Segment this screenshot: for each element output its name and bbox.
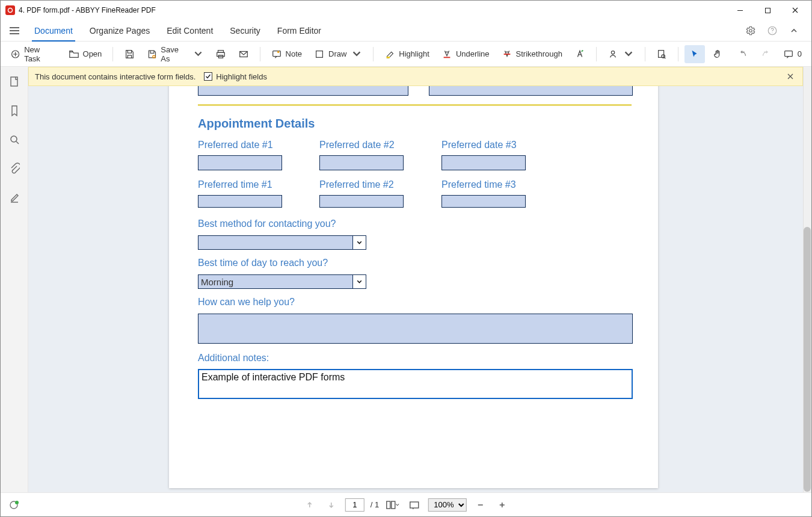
fit-page-button[interactable]	[407, 497, 422, 513]
zoom-select[interactable]: 100%	[428, 498, 467, 512]
print-button[interactable]	[211, 45, 231, 63]
save-button[interactable]	[119, 45, 140, 63]
open-button[interactable]: Open	[64, 45, 107, 63]
best-time-label: Best time of day to reach you?	[198, 258, 328, 268]
highlight-fields-checkbox[interactable]	[204, 72, 212, 81]
open-label: Open	[83, 49, 102, 58]
note-button[interactable]: Note	[266, 45, 307, 63]
contact-method-label: Best method for contacting you?	[198, 218, 336, 229]
new-task-button[interactable]: New Task	[5, 45, 61, 63]
highlight-label: Highlight	[399, 49, 429, 58]
save-as-button[interactable]: Save As	[142, 45, 208, 63]
new-task-label: New Task	[24, 45, 56, 63]
pt2-label: Preferred time #2	[319, 179, 394, 190]
search-panel-icon[interactable]	[5, 131, 23, 149]
toolbar: New Task Open Save As Note Draw Highligh…	[1, 42, 811, 67]
comments-count: 0	[798, 49, 802, 58]
pd2-field[interactable]	[319, 155, 404, 170]
best-time-select[interactable]: Morning	[198, 274, 366, 289]
svg-point-0	[8, 8, 13, 13]
redo-button[interactable]	[755, 45, 776, 63]
contact-method-select[interactable]	[198, 235, 366, 250]
text-style-button[interactable]	[570, 45, 590, 63]
strikethrough-label: Strikethrough	[516, 49, 562, 58]
signature-button[interactable]	[603, 45, 639, 63]
pt1-label: Preferred time #1	[198, 179, 272, 190]
tab-security[interactable]: Security	[221, 20, 269, 42]
close-button[interactable]	[781, 1, 809, 20]
strikethrough-button[interactable]: Strikethrough	[497, 45, 567, 63]
svg-rect-24	[410, 502, 419, 508]
settings-icon[interactable]	[743, 23, 758, 39]
scrollbar-track[interactable]	[803, 67, 811, 492]
help-label: How can we help you?	[198, 297, 295, 308]
email-button[interactable]	[233, 45, 254, 63]
page-number-input[interactable]	[345, 498, 364, 512]
notice-close-icon[interactable]	[784, 70, 796, 82]
pt2-field[interactable]	[319, 195, 404, 208]
svg-rect-8	[217, 52, 224, 56]
pt3-field[interactable]	[441, 195, 526, 208]
section-title: Appointment Details	[198, 117, 315, 131]
pd1-label: Preferred date #1	[198, 140, 273, 150]
prev-page-button[interactable]	[302, 497, 318, 513]
svg-rect-1	[765, 8, 770, 13]
scrollbar-thumb[interactable]	[804, 227, 811, 492]
ocr-button[interactable]	[651, 45, 672, 63]
best-time-value: Morning	[201, 277, 233, 287]
pointer-tool[interactable]	[684, 45, 705, 63]
note-label: Note	[286, 49, 302, 58]
undo-button[interactable]	[733, 45, 753, 63]
highlight-fields-label: Highlight fields	[216, 72, 267, 81]
svg-point-4	[772, 33, 772, 33]
svg-point-2	[749, 29, 752, 32]
background-task-icon[interactable]	[1, 499, 28, 511]
fit-width-button[interactable]	[385, 497, 401, 513]
help-field[interactable]	[198, 314, 633, 344]
notes-value: Example of interactive PDF forms	[201, 372, 345, 382]
signatures-panel-icon[interactable]	[5, 188, 23, 206]
svg-point-12	[277, 51, 279, 53]
left-rail	[1, 67, 28, 492]
statusbar: / 1 100%	[1, 492, 811, 516]
pages-panel-icon[interactable]	[5, 73, 23, 91]
highlight-button[interactable]: Highlight	[380, 45, 434, 63]
content-area: This document contains interactive form …	[28, 67, 811, 492]
bookmarks-icon[interactable]	[5, 102, 23, 120]
tab-organize-pages[interactable]: Organize Pages	[81, 20, 158, 42]
hamburger-menu[interactable]	[4, 26, 25, 35]
pd3-field[interactable]	[441, 155, 526, 170]
menubar: Document Organize Pages Edit Content Sec…	[1, 20, 811, 42]
titlebar: 4. PDF form.pdf - ABBYY FineReader PDF	[1, 1, 811, 20]
minimize-button[interactable]	[726, 1, 754, 20]
svg-rect-22	[387, 501, 390, 509]
tab-form-editor[interactable]: Form Editor	[269, 20, 330, 42]
notice-text: This document contains interactive form …	[35, 72, 195, 81]
svg-point-21	[15, 501, 19, 504]
maximize-button[interactable]	[754, 1, 781, 20]
hand-tool[interactable]	[707, 45, 728, 63]
zoom-out-button[interactable]	[473, 497, 488, 513]
comments-button[interactable]: 0	[778, 45, 807, 63]
notes-field[interactable]: Example of interactive PDF forms	[198, 369, 633, 399]
pd1-field[interactable]	[198, 155, 282, 170]
divider	[198, 104, 632, 106]
help-icon[interactable]	[764, 23, 780, 39]
attachments-icon[interactable]	[5, 159, 23, 178]
save-as-label: Save As	[161, 45, 188, 63]
pt1-field[interactable]	[198, 195, 282, 208]
tab-document[interactable]: Document	[26, 20, 81, 42]
zoom-in-button[interactable]	[494, 497, 510, 513]
form-fields-notice: This document contains interactive form …	[28, 67, 803, 86]
window-title: 4. PDF form.pdf - ABBYY FineReader PDF	[19, 6, 726, 14]
pd2-label: Preferred date #2	[319, 140, 395, 150]
next-page-button[interactable]	[324, 497, 339, 513]
collapse-ribbon-icon[interactable]	[786, 23, 802, 39]
svg-point-14	[611, 51, 614, 54]
draw-button[interactable]: Draw	[309, 45, 367, 63]
chevron-down-icon	[352, 275, 366, 288]
svg-rect-18	[11, 77, 17, 86]
underline-label: Underline	[456, 49, 490, 58]
tab-edit-content[interactable]: Edit Content	[158, 20, 221, 42]
underline-button[interactable]: Underline	[437, 45, 494, 63]
